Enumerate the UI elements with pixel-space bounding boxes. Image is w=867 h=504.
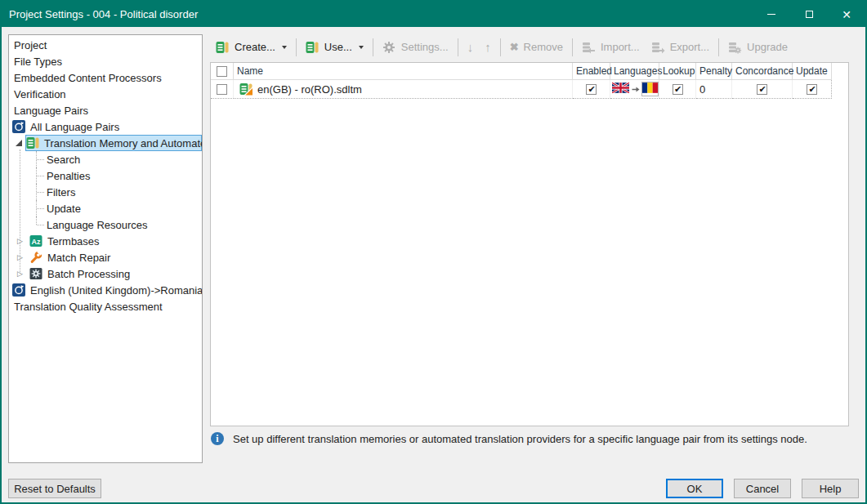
toolbar-separator xyxy=(296,38,297,56)
row-penalty-cell[interactable]: 0 xyxy=(696,80,732,99)
import-button-label: Import... xyxy=(601,41,640,53)
lookup-checkbox[interactable] xyxy=(673,84,683,95)
remove-button[interactable]: ✖ Remove xyxy=(504,38,569,56)
sidebar-item-all-language-pairs[interactable]: All Language Pairs xyxy=(9,118,202,135)
toolbar-separator xyxy=(458,38,458,56)
sidebar-item-label: Embedded Content Processors xyxy=(14,72,162,84)
sidebar-item-translation-memory-and-automated-translation[interactable]: Translation Memory and Automated Tr xyxy=(9,135,202,151)
expander-collapsed-icon[interactable]: ▷ xyxy=(17,254,25,261)
window-controls: ✕ xyxy=(753,2,865,27)
arrow-down-icon: ↓ xyxy=(467,40,474,54)
settings-tree: Project File Types Embedded Content Proc… xyxy=(9,35,202,314)
upgrade-button[interactable]: Upgrade xyxy=(722,38,793,56)
sidebar-item-termbases[interactable]: ▷ Az Termbases xyxy=(9,233,202,249)
sidebar-item-label: Update xyxy=(47,203,81,215)
close-button[interactable]: ✕ xyxy=(828,2,865,27)
use-button-label: Use... xyxy=(324,41,352,53)
ok-button[interactable]: OK xyxy=(666,479,723,498)
header-concordance[interactable]: Concordance xyxy=(732,63,793,80)
sidebar-item-search[interactable]: Search xyxy=(9,151,202,167)
sidebar-item-project[interactable]: Project xyxy=(9,37,202,53)
tm-table-row[interactable]: en(GB) - ro(RO).sdltm 0 xyxy=(211,80,848,99)
toolbar-separator xyxy=(500,38,501,56)
row-name-cell: en(GB) - ro(RO).sdltm xyxy=(234,80,573,99)
termbase-icon: Az xyxy=(29,234,42,248)
sidebar-item-label: Batch Processing xyxy=(47,268,130,280)
sidebar-item-embedded-content-processors[interactable]: Embedded Content Processors xyxy=(9,69,202,86)
maximize-button[interactable] xyxy=(790,2,828,27)
project-settings-dialog: Project Settings - 004 - Political disor… xyxy=(0,0,867,504)
sidebar-item-label: Penalties xyxy=(47,170,90,182)
create-button-label: Create... xyxy=(235,41,275,53)
use-button[interactable]: Use... xyxy=(300,38,369,56)
minimize-button[interactable] xyxy=(753,2,790,27)
tm-list-panel: Name Enabled Languages Lookup Penalty Co… xyxy=(210,62,849,426)
move-down-button[interactable]: ↓ xyxy=(462,38,480,56)
reset-to-defaults-button[interactable]: Reset to Defaults xyxy=(8,479,101,498)
minimize-icon xyxy=(767,14,775,15)
settings-button[interactable]: Settings... xyxy=(377,38,454,56)
sidebar-item-translation-quality-assessment[interactable]: Translation Quality Assessment xyxy=(9,298,202,314)
header-penalty[interactable]: Penalty xyxy=(696,63,732,80)
row-checkbox[interactable] xyxy=(217,84,227,95)
header-languages[interactable]: Languages xyxy=(610,63,659,80)
sidebar-item-label: Language Resources xyxy=(47,219,148,231)
sidebar-item-language-pairs[interactable]: Language Pairs xyxy=(9,102,202,118)
row-languages-cell xyxy=(610,80,659,99)
settings-tree-panel: Project File Types Embedded Content Proc… xyxy=(8,34,203,463)
penalty-value: 0 xyxy=(699,83,705,96)
update-checkbox[interactable] xyxy=(807,84,817,95)
expander-expanded-icon[interactable] xyxy=(16,140,22,146)
sidebar-item-verification[interactable]: Verification xyxy=(9,86,202,102)
title-bar: Project Settings - 004 - Political disor… xyxy=(2,2,865,27)
header-name[interactable]: Name xyxy=(234,63,573,80)
svg-text:Az: Az xyxy=(32,238,41,246)
header-enabled[interactable]: Enabled xyxy=(573,63,610,80)
expander-collapsed-icon[interactable]: ▷ xyxy=(17,270,25,278)
concordance-checkbox[interactable] xyxy=(757,84,767,95)
sidebar-item-label: Language Pairs xyxy=(14,105,88,117)
sidebar-item-label: Translation Quality Assessment xyxy=(14,301,163,313)
translation-memory-icon xyxy=(26,136,39,149)
language-direction-arrow-icon xyxy=(632,83,640,96)
select-all-checkbox[interactable] xyxy=(217,66,227,77)
cancel-button[interactable]: Cancel xyxy=(734,479,791,498)
header-lookup[interactable]: Lookup xyxy=(659,63,696,80)
sidebar-item-label: English (United Kingdom)->Romanian (Ro xyxy=(30,284,202,297)
sidebar-item-filters[interactable]: Filters xyxy=(9,184,202,200)
sidebar-item-match-repair[interactable]: ▷ Match Repair xyxy=(9,249,202,265)
sidebar-item-english-to-romanian-pair[interactable]: English (United Kingdom)->Romanian (Ro xyxy=(9,282,202,298)
translation-memory-icon xyxy=(306,41,320,54)
help-button[interactable]: Help xyxy=(802,479,859,498)
sidebar-item-batch-processing[interactable]: ▷ Batch Processing xyxy=(9,265,202,282)
maximize-icon xyxy=(806,11,813,18)
row-concordance-cell xyxy=(732,80,793,99)
toolbar-separator xyxy=(718,38,719,56)
create-button[interactable]: Create... xyxy=(210,38,293,56)
header-update[interactable]: Update xyxy=(793,63,832,80)
move-up-button[interactable]: ↑ xyxy=(479,38,497,56)
sidebar-item-label: Verification xyxy=(14,88,66,100)
globe-icon xyxy=(12,120,25,133)
import-icon xyxy=(582,41,596,54)
export-button[interactable]: Export... xyxy=(646,38,715,56)
import-button[interactable]: Import... xyxy=(576,38,646,56)
uk-flag-icon xyxy=(612,83,629,96)
enabled-checkbox[interactable] xyxy=(586,84,597,95)
expander-collapsed-icon[interactable]: ▷ xyxy=(17,238,25,245)
romania-flag-icon xyxy=(642,83,658,96)
row-select-cell xyxy=(211,80,234,99)
export-icon xyxy=(651,41,665,54)
wrench-icon xyxy=(29,251,42,264)
toolbar-separator xyxy=(373,38,373,56)
window-title: Project Settings - 004 - Political disor… xyxy=(2,8,198,20)
dropdown-arrow-icon xyxy=(359,46,364,49)
row-update-cell xyxy=(793,80,832,99)
sidebar-item-label: All Language Pairs xyxy=(30,121,119,133)
info-text: Set up different translation memories or… xyxy=(233,433,807,445)
sidebar-item-file-types[interactable]: File Types xyxy=(9,53,202,69)
batch-processing-gear-icon xyxy=(29,267,42,280)
sidebar-item-penalties[interactable]: Penalties xyxy=(9,167,202,184)
sidebar-item-update[interactable]: Update xyxy=(9,200,202,216)
sidebar-item-language-resources[interactable]: Language Resources xyxy=(9,216,202,233)
